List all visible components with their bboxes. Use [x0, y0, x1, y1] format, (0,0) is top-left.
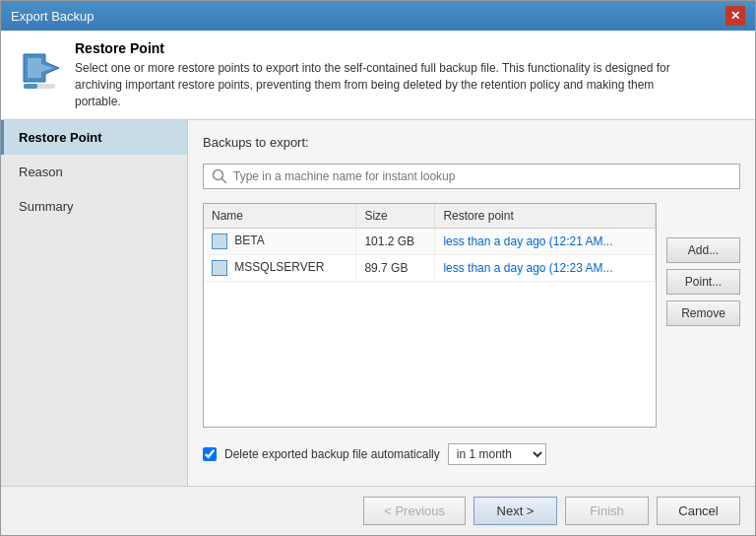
- body: Restore Point Reason Summary Backups to …: [1, 120, 755, 486]
- sidebar: Restore Point Reason Summary: [1, 120, 188, 486]
- table-row[interactable]: BETA 101.2 GB less than a day ago (12:21…: [204, 229, 656, 255]
- table-row[interactable]: MSSQLSERVER 89.7 GB less than a day ago …: [204, 255, 656, 282]
- backups-label: Backups to export:: [203, 135, 740, 150]
- backups-table: Name Size Restore point BETA: [204, 204, 656, 282]
- header-description: Select one or more restore points to exp…: [75, 60, 685, 109]
- restore-point-icon: [16, 44, 63, 92]
- col-restore-point: Restore point: [435, 204, 656, 229]
- point-button[interactable]: Point...: [666, 269, 740, 295]
- sidebar-item-summary[interactable]: Summary: [1, 189, 187, 224]
- bottom-nav: < Previous Next > Finish Cancel: [1, 486, 755, 535]
- main-content: Backups to export: Name: [188, 120, 755, 486]
- cell-name: MSSQLSERVER: [204, 255, 356, 282]
- header-title: Restore Point: [75, 40, 685, 56]
- search-bar: [203, 164, 740, 189]
- cell-name: BETA: [204, 229, 356, 255]
- auto-delete-checkbox[interactable]: [203, 447, 217, 461]
- col-size: Size: [356, 204, 435, 229]
- cell-size: 101.2 GB: [356, 229, 435, 255]
- cell-restore-point: less than a day ago (12:23 AM...: [435, 255, 656, 282]
- cancel-button[interactable]: Cancel: [657, 497, 740, 525]
- row-icon: [212, 260, 227, 276]
- retention-period-select[interactable]: in 1 month in 2 months in 3 months in 6 …: [448, 443, 546, 465]
- add-button[interactable]: Add...: [666, 237, 740, 263]
- svg-rect-1: [24, 84, 37, 89]
- search-input[interactable]: [233, 169, 731, 183]
- header-text: Restore Point Select one or more restore…: [75, 40, 685, 109]
- close-button[interactable]: ✕: [725, 6, 745, 26]
- footer-options: Delete exported backup file automaticall…: [203, 437, 740, 471]
- next-button[interactable]: Next >: [473, 497, 557, 525]
- export-backup-dialog: Export Backup ✕ Restore Point Select one…: [0, 0, 756, 536]
- content-row: Name Size Restore point BETA: [203, 203, 740, 428]
- cell-size: 89.7 GB: [356, 255, 435, 282]
- finish-button[interactable]: Finish: [565, 497, 649, 525]
- header-area: Restore Point Select one or more restore…: [1, 31, 755, 120]
- right-buttons: Add... Point... Remove: [666, 203, 740, 428]
- title-bar: Export Backup ✕: [1, 1, 755, 31]
- auto-delete-label: Delete exported backup file automaticall…: [224, 447, 440, 461]
- sidebar-item-reason[interactable]: Reason: [1, 155, 187, 189]
- table-container: Name Size Restore point BETA: [203, 203, 657, 428]
- remove-button[interactable]: Remove: [666, 301, 740, 326]
- col-name: Name: [204, 204, 356, 229]
- sidebar-item-restore-point[interactable]: Restore Point: [1, 120, 187, 155]
- search-icon: [212, 168, 227, 184]
- dialog-title: Export Backup: [11, 9, 94, 24]
- row-icon: [212, 234, 227, 249]
- previous-button[interactable]: < Previous: [363, 497, 466, 525]
- cell-restore-point: less than a day ago (12:21 AM...: [435, 229, 656, 255]
- svg-line-3: [222, 179, 226, 183]
